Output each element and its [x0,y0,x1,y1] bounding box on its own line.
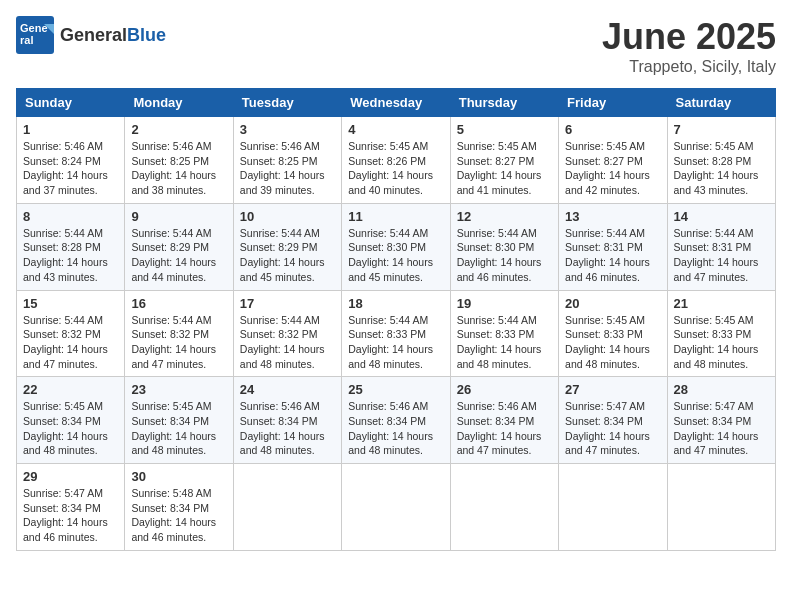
day-number: 1 [23,122,118,137]
table-row: 16Sunrise: 5:44 AM Sunset: 8:32 PM Dayli… [125,290,233,377]
table-row: 2Sunrise: 5:46 AM Sunset: 8:25 PM Daylig… [125,117,233,204]
day-number: 25 [348,382,443,397]
cell-content: Sunrise: 5:46 AM Sunset: 8:34 PM Dayligh… [457,399,552,458]
day-number: 26 [457,382,552,397]
table-row: 10Sunrise: 5:44 AM Sunset: 8:29 PM Dayli… [233,203,341,290]
cell-content: Sunrise: 5:45 AM Sunset: 8:34 PM Dayligh… [23,399,118,458]
table-row [233,464,341,551]
table-row: 24Sunrise: 5:46 AM Sunset: 8:34 PM Dayli… [233,377,341,464]
table-row: 8Sunrise: 5:44 AM Sunset: 8:28 PM Daylig… [17,203,125,290]
table-row: 6Sunrise: 5:45 AM Sunset: 8:27 PM Daylig… [559,117,667,204]
table-row: 28Sunrise: 5:47 AM Sunset: 8:34 PM Dayli… [667,377,775,464]
table-row [342,464,450,551]
logo-blue-text: Blue [127,25,166,45]
table-row: 1Sunrise: 5:46 AM Sunset: 8:24 PM Daylig… [17,117,125,204]
day-number: 3 [240,122,335,137]
day-number: 11 [348,209,443,224]
svg-text:ral: ral [20,34,33,46]
calendar-header-row: Sunday Monday Tuesday Wednesday Thursday… [17,89,776,117]
table-row: 4Sunrise: 5:45 AM Sunset: 8:26 PM Daylig… [342,117,450,204]
table-row: 15Sunrise: 5:44 AM Sunset: 8:32 PM Dayli… [17,290,125,377]
day-number: 24 [240,382,335,397]
day-number: 20 [565,296,660,311]
table-row: 5Sunrise: 5:45 AM Sunset: 8:27 PM Daylig… [450,117,558,204]
day-number: 13 [565,209,660,224]
cell-content: Sunrise: 5:46 AM Sunset: 8:34 PM Dayligh… [348,399,443,458]
table-row: 18Sunrise: 5:44 AM Sunset: 8:33 PM Dayli… [342,290,450,377]
day-number: 5 [457,122,552,137]
day-number: 18 [348,296,443,311]
table-row: 29Sunrise: 5:47 AM Sunset: 8:34 PM Dayli… [17,464,125,551]
table-row [667,464,775,551]
table-row: 23Sunrise: 5:45 AM Sunset: 8:34 PM Dayli… [125,377,233,464]
logo-general-text: General [60,25,127,45]
day-number: 6 [565,122,660,137]
calendar-table: Sunday Monday Tuesday Wednesday Thursday… [16,88,776,551]
col-monday: Monday [125,89,233,117]
col-wednesday: Wednesday [342,89,450,117]
calendar-week-row: 15Sunrise: 5:44 AM Sunset: 8:32 PM Dayli… [17,290,776,377]
table-row: 19Sunrise: 5:44 AM Sunset: 8:33 PM Dayli… [450,290,558,377]
svg-text:Gene: Gene [20,22,48,34]
cell-content: Sunrise: 5:44 AM Sunset: 8:32 PM Dayligh… [240,313,335,372]
cell-content: Sunrise: 5:45 AM Sunset: 8:28 PM Dayligh… [674,139,769,198]
cell-content: Sunrise: 5:47 AM Sunset: 8:34 PM Dayligh… [565,399,660,458]
day-number: 30 [131,469,226,484]
cell-content: Sunrise: 5:46 AM Sunset: 8:25 PM Dayligh… [240,139,335,198]
table-row: 25Sunrise: 5:46 AM Sunset: 8:34 PM Dayli… [342,377,450,464]
day-number: 10 [240,209,335,224]
table-row [450,464,558,551]
cell-content: Sunrise: 5:44 AM Sunset: 8:28 PM Dayligh… [23,226,118,285]
cell-content: Sunrise: 5:45 AM Sunset: 8:27 PM Dayligh… [565,139,660,198]
col-friday: Friday [559,89,667,117]
day-number: 16 [131,296,226,311]
logo: Gene ral GeneralBlue [16,16,166,54]
cell-content: Sunrise: 5:45 AM Sunset: 8:34 PM Dayligh… [131,399,226,458]
table-row: 17Sunrise: 5:44 AM Sunset: 8:32 PM Dayli… [233,290,341,377]
col-tuesday: Tuesday [233,89,341,117]
cell-content: Sunrise: 5:45 AM Sunset: 8:26 PM Dayligh… [348,139,443,198]
cell-content: Sunrise: 5:47 AM Sunset: 8:34 PM Dayligh… [674,399,769,458]
day-number: 15 [23,296,118,311]
day-number: 22 [23,382,118,397]
calendar-week-row: 22Sunrise: 5:45 AM Sunset: 8:34 PM Dayli… [17,377,776,464]
calendar-week-row: 8Sunrise: 5:44 AM Sunset: 8:28 PM Daylig… [17,203,776,290]
day-number: 14 [674,209,769,224]
cell-content: Sunrise: 5:45 AM Sunset: 8:33 PM Dayligh… [565,313,660,372]
cell-content: Sunrise: 5:44 AM Sunset: 8:32 PM Dayligh… [23,313,118,372]
day-number: 23 [131,382,226,397]
cell-content: Sunrise: 5:44 AM Sunset: 8:31 PM Dayligh… [565,226,660,285]
table-row: 26Sunrise: 5:46 AM Sunset: 8:34 PM Dayli… [450,377,558,464]
day-number: 7 [674,122,769,137]
cell-content: Sunrise: 5:44 AM Sunset: 8:32 PM Dayligh… [131,313,226,372]
day-number: 8 [23,209,118,224]
logo-icon: Gene ral [16,16,54,54]
day-number: 29 [23,469,118,484]
cell-content: Sunrise: 5:45 AM Sunset: 8:33 PM Dayligh… [674,313,769,372]
cell-content: Sunrise: 5:45 AM Sunset: 8:27 PM Dayligh… [457,139,552,198]
cell-content: Sunrise: 5:44 AM Sunset: 8:31 PM Dayligh… [674,226,769,285]
cell-content: Sunrise: 5:46 AM Sunset: 8:24 PM Dayligh… [23,139,118,198]
table-row: 14Sunrise: 5:44 AM Sunset: 8:31 PM Dayli… [667,203,775,290]
month-title: June 2025 [602,16,776,58]
title-block: June 2025 Trappeto, Sicily, Italy [602,16,776,76]
col-saturday: Saturday [667,89,775,117]
cell-content: Sunrise: 5:46 AM Sunset: 8:25 PM Dayligh… [131,139,226,198]
col-thursday: Thursday [450,89,558,117]
table-row: 7Sunrise: 5:45 AM Sunset: 8:28 PM Daylig… [667,117,775,204]
table-row: 12Sunrise: 5:44 AM Sunset: 8:30 PM Dayli… [450,203,558,290]
cell-content: Sunrise: 5:44 AM Sunset: 8:30 PM Dayligh… [348,226,443,285]
table-row: 30Sunrise: 5:48 AM Sunset: 8:34 PM Dayli… [125,464,233,551]
table-row: 21Sunrise: 5:45 AM Sunset: 8:33 PM Dayli… [667,290,775,377]
day-number: 9 [131,209,226,224]
col-sunday: Sunday [17,89,125,117]
day-number: 4 [348,122,443,137]
table-row: 13Sunrise: 5:44 AM Sunset: 8:31 PM Dayli… [559,203,667,290]
day-number: 2 [131,122,226,137]
page-header: Gene ral GeneralBlue June 2025 Trappeto,… [16,16,776,76]
day-number: 27 [565,382,660,397]
cell-content: Sunrise: 5:47 AM Sunset: 8:34 PM Dayligh… [23,486,118,545]
location: Trappeto, Sicily, Italy [602,58,776,76]
day-number: 17 [240,296,335,311]
cell-content: Sunrise: 5:44 AM Sunset: 8:29 PM Dayligh… [240,226,335,285]
